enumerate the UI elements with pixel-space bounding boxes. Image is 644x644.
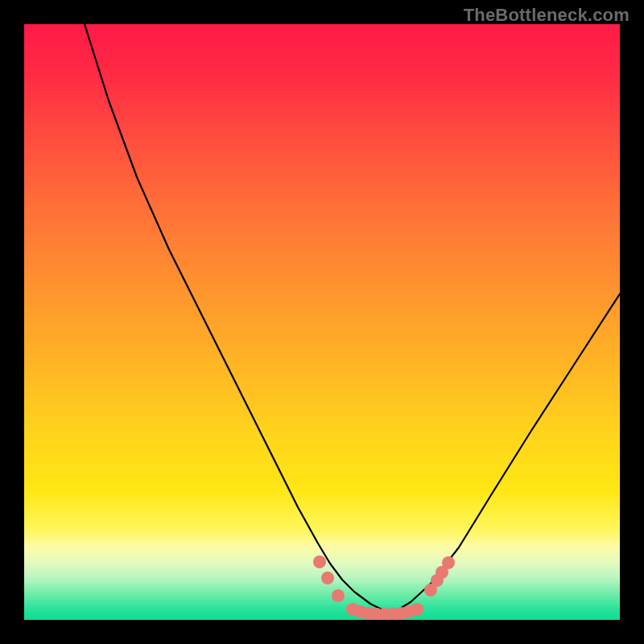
curve-left-limb (85, 24, 386, 612)
watermark-text: TheBottleneck.com (464, 5, 630, 26)
data-marker (411, 603, 423, 616)
curve-markers (313, 555, 455, 620)
curve-paths (85, 24, 620, 614)
data-marker (321, 572, 334, 584)
curve-layer (24, 24, 620, 620)
data-marker (442, 556, 455, 569)
data-marker (313, 555, 326, 568)
chart-frame (24, 24, 620, 620)
data-marker (332, 589, 345, 602)
curve-right-limb (394, 294, 620, 612)
